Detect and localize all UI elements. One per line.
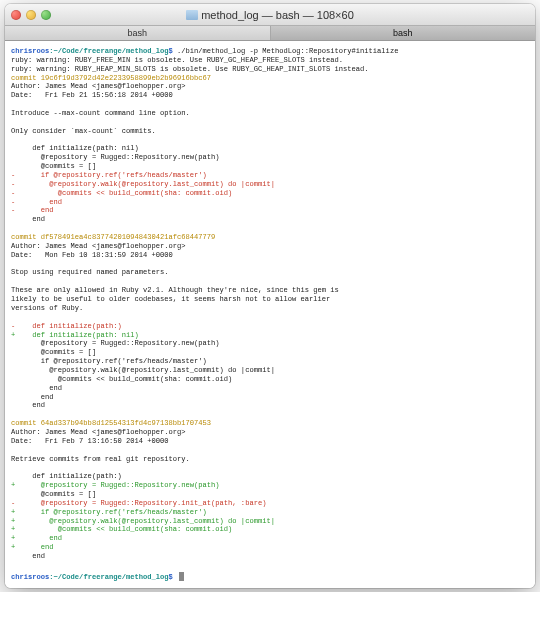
titlebar[interactable]: method_log — bash — 108×60 (5, 4, 535, 26)
terminal-line: + end (11, 543, 529, 552)
terminal-line: @repository = Rugged::Repository.new(pat… (11, 339, 529, 348)
terminal-line: + if @repository.ref('refs/heads/master'… (11, 508, 529, 517)
terminal-line: - end (11, 198, 529, 207)
blank-line (11, 260, 529, 269)
terminal-line: @commits = [] (11, 490, 529, 499)
tab-bash-2[interactable]: bash (271, 26, 536, 40)
blank-line (11, 277, 529, 286)
terminal-line: likely to be useful to older codebases, … (11, 295, 529, 304)
terminal-line: Author: James Mead <james@floehopper.org… (11, 428, 529, 437)
terminal-line: ruby: warning: RUBY_FREE_MIN is obsolete… (11, 56, 529, 65)
blank-line (11, 118, 529, 127)
cursor-icon (179, 572, 184, 581)
terminal-line: @commits = [] (11, 348, 529, 357)
prompt-line: chrisroos:~/Code/freerange/method_log$ (11, 572, 529, 582)
terminal-line: + def initialize(path: nil) (11, 331, 529, 340)
terminal-line: - if @repository.ref('refs/heads/master'… (11, 171, 529, 180)
terminal-line: if @repository.ref('refs/heads/master') (11, 357, 529, 366)
terminal-line: - end (11, 206, 529, 215)
terminal-line: These are only allowed in Ruby v2.1. Alt… (11, 286, 529, 295)
terminal-line: @repository.walk(@repository.last_commit… (11, 366, 529, 375)
terminal-line: ruby: warning: RUBY_HEAP_MIN_SLOTS is ob… (11, 65, 529, 74)
terminal-line: def initialize(path: nil) (11, 144, 529, 153)
folder-icon (186, 10, 198, 20)
tab-bar: bash bash (5, 26, 535, 41)
terminal-line: end (11, 393, 529, 402)
window-controls (11, 10, 51, 20)
terminal-line: Author: James Mead <james@floehopper.org… (11, 242, 529, 251)
minimize-icon[interactable] (26, 10, 36, 20)
terminal-line: + end (11, 534, 529, 543)
blank-line (11, 136, 529, 145)
terminal-line: def initialize(path:) (11, 472, 529, 481)
terminal-line: Date: Mon Feb 10 18:31:59 2014 +0000 (11, 251, 529, 260)
terminal-line: @commits << build_commit(sha: commit.oid… (11, 375, 529, 384)
terminal-line: + @commits << build_commit(sha: commit.o… (11, 525, 529, 534)
terminal-line: end (11, 401, 529, 410)
terminal-line: - @repository = Rugged::Repository.init_… (11, 499, 529, 508)
terminal-line: - def initialize(path:) (11, 322, 529, 331)
terminal-output[interactable]: chrisroos:~/Code/freerange/method_log$ .… (5, 41, 535, 588)
terminal-line: Retrieve commits from real git repositor… (11, 455, 529, 464)
terminal-line: @commits = [] (11, 162, 529, 171)
terminal-line: Only consider `max-count` commits. (11, 127, 529, 136)
terminal-line: end (11, 384, 529, 393)
blank-line (11, 446, 529, 455)
blank-line (11, 561, 529, 570)
terminal-line: @repository = Rugged::Repository.new(pat… (11, 153, 529, 162)
blank-line (11, 463, 529, 472)
terminal-line: Introduce --max-count command line optio… (11, 109, 529, 118)
terminal-line: Date: Fri Feb 21 15:56:18 2014 +0000 (11, 91, 529, 100)
terminal-line: Date: Fri Feb 7 13:16:50 2014 +0000 (11, 437, 529, 446)
window-title: method_log — bash — 108×60 (11, 9, 529, 21)
terminal-line: commit 64ad337b94bb8d12554313fd4c97138bb… (11, 419, 529, 428)
tab-bash-1[interactable]: bash (5, 26, 271, 40)
terminal-window: method_log — bash — 108×60 bash bash chr… (5, 4, 535, 588)
terminal-line: Author: James Mead <james@floehopper.org… (11, 82, 529, 91)
terminal-line: - @repository.walk(@repository.last_comm… (11, 180, 529, 189)
terminal-line: commit df578491ea4c837742010948430421afc… (11, 233, 529, 242)
terminal-line: Stop using required named parameters. (11, 268, 529, 277)
terminal-line: versions of Ruby. (11, 304, 529, 313)
terminal-line: + @repository = Rugged::Repository.new(p… (11, 481, 529, 490)
terminal-line: - @commits << build_commit(sha: commit.o… (11, 189, 529, 198)
prompt-line: chrisroos:~/Code/freerange/method_log$ .… (11, 47, 529, 56)
blank-line (11, 313, 529, 322)
zoom-icon[interactable] (41, 10, 51, 20)
terminal-line: commit 19c6f19d3792d42e2233958899eb2b969… (11, 74, 529, 83)
blank-line (11, 100, 529, 109)
blank-line (11, 224, 529, 233)
blank-line (11, 410, 529, 419)
terminal-line: + @repository.walk(@repository.last_comm… (11, 517, 529, 526)
close-icon[interactable] (11, 10, 21, 20)
terminal-line: end (11, 215, 529, 224)
terminal-line: end (11, 552, 529, 561)
window-title-text: method_log — bash — 108×60 (201, 9, 354, 21)
